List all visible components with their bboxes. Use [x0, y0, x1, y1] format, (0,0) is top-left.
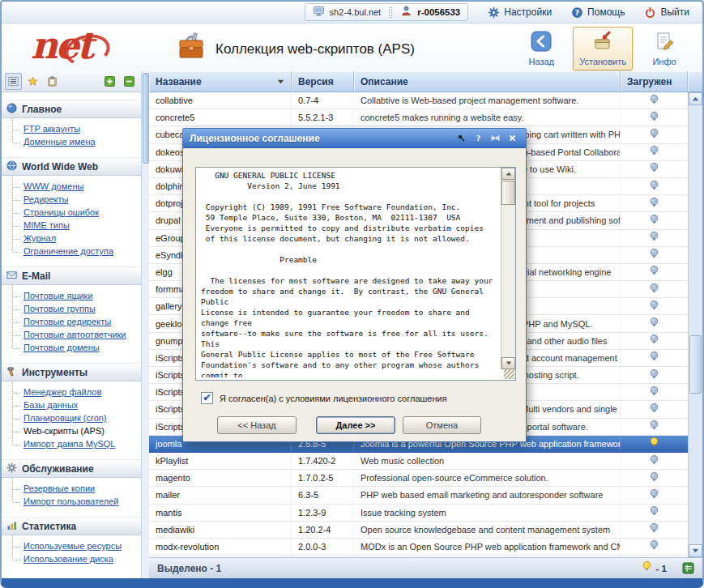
info-button[interactable]: Инфо [639, 27, 689, 70]
sidebar-item[interactable]: Использование диска [2, 552, 141, 565]
expand-all-button[interactable] [101, 73, 118, 90]
lamp-icon [649, 248, 659, 262]
license-scroll-down-button[interactable] [501, 357, 515, 369]
table-row[interactable]: mantis1.2.3-9Issue tracking system [149, 505, 688, 522]
lamp-icon [649, 265, 659, 279]
scroll-down-button[interactable] [689, 544, 702, 557]
favorites-button[interactable] [24, 73, 41, 90]
sidebar-item[interactable]: FTP аккаунты [2, 122, 141, 135]
agree-checkbox[interactable]: ✔ [201, 392, 213, 404]
script-version: 5.5.2.1-3 [292, 109, 354, 126]
sidebar-item[interactable]: Резервные копии [2, 482, 141, 495]
sidebar-item[interactable]: Импорт дампа MySQL [2, 437, 141, 450]
sidebar-section-header[interactable]: Главное [2, 100, 141, 118]
lamp-icon [649, 145, 659, 159]
table-row[interactable]: modx-revolution2.0.0-3MODx is an Open So… [149, 539, 688, 556]
info-doc-icon [654, 31, 675, 55]
column-header-name[interactable]: Название [149, 71, 292, 92]
sidebar-item[interactable]: Почтовые ящики [2, 289, 141, 302]
column-header-description[interactable]: Описание [354, 71, 621, 92]
sidebar-scroll-thumb[interactable] [143, 73, 149, 164]
maximize-icon[interactable] [489, 132, 502, 144]
table-row[interactable]: collabtive0.7-4Collabtive is Web-based p… [149, 92, 688, 109]
close-icon[interactable] [506, 132, 519, 144]
statusbar-right: - 1 [642, 560, 694, 576]
mail-icon [6, 270, 17, 283]
sidebar-item-label: Web-скрипты (APS) [23, 426, 105, 436]
install-button[interactable]: Установить [573, 27, 633, 70]
sidebar-item[interactable]: Импорт пользователей [2, 495, 141, 508]
sidebar-item[interactable]: Страницы ошибок [2, 206, 141, 219]
check-icon: ✔ [203, 393, 211, 403]
dialog-cancel-button[interactable]: Отмена [403, 416, 481, 434]
sidebar-item-label: Доменные имена [23, 137, 96, 147]
sidebar-item[interactable]: WWW домены [2, 180, 141, 193]
table-row[interactable]: magento1.7.0.2-5Professional open-source… [149, 470, 688, 487]
sidebar-item[interactable]: Почтовые редиректы [2, 315, 141, 328]
sidebar-section-header[interactable]: World Wide Web [2, 157, 141, 176]
column-header-version[interactable]: Версия [292, 71, 354, 92]
sidebar-item[interactable]: Ограничение доступа [2, 245, 141, 258]
sidebar-item[interactable]: Почтовые домены [2, 341, 141, 354]
section-items: Менеджер файловБазы данныхПланировщик (c… [2, 381, 141, 452]
export-icon[interactable] [682, 562, 694, 574]
lamp-icon [649, 283, 659, 296]
resize-grip-icon[interactable] [504, 369, 514, 379]
sidebar-item-label: Планировщик (cron) [23, 413, 107, 423]
sidebar-section-header[interactable]: Статистика [2, 517, 141, 535]
sidebar-item[interactable]: Журнал [2, 232, 141, 245]
help-link[interactable]: ? Помощь [571, 6, 625, 19]
settings-link[interactable]: Настройки [488, 6, 552, 19]
sidebar-item[interactable]: Редиректы [2, 193, 141, 206]
clipboard-button[interactable] [44, 73, 61, 90]
license-scrollbar[interactable] [501, 168, 515, 369]
column-header-loaded[interactable]: Загружен [621, 71, 688, 92]
lamp-icon [649, 488, 659, 502]
sidebar-item[interactable]: Планировщик (cron) [2, 411, 141, 424]
section-items: WWW доменыРедиректыСтраницы ошибокMIME т… [2, 176, 141, 259]
sidebar-item[interactable]: Используемые ресурсы [2, 539, 141, 552]
logout-link[interactable]: Выйти [644, 6, 689, 19]
column-label: Описание [361, 76, 408, 87]
sidebar-section: СтатистикаИспользуемые ресурсыИспользова… [2, 517, 141, 567]
sidebar-item[interactable]: MIME типы [2, 219, 141, 232]
table-row[interactable]: kPlaylist1.7.420-2Web music collection [149, 453, 688, 470]
license-text-area[interactable]: GNU GENERAL PUBLIC LICENSE Version 2, Ju… [195, 167, 516, 381]
list-view-button[interactable] [5, 73, 22, 90]
stats-icon [6, 520, 17, 533]
dialog-back-button[interactable]: << Назад [217, 416, 297, 434]
sidebar-item[interactable]: Менеджер файлов [2, 386, 141, 398]
table-scrollbar[interactable] [688, 92, 702, 557]
server-info-box: sh2-4.bul.net r-0056533 [305, 3, 469, 21]
license-scroll-thumb[interactable] [501, 181, 515, 205]
license-scroll-up-button[interactable] [501, 168, 515, 180]
dialog-help-icon[interactable]: ? [471, 132, 485, 144]
sidebar-section-header[interactable]: Обслуживание [2, 459, 141, 478]
script-description: Web music collection [354, 453, 621, 469]
collapse-all-button[interactable] [121, 73, 138, 90]
table-row[interactable]: mediawiki1.20.2-4Open source knowledgeba… [149, 522, 688, 539]
column-label: Загружен [627, 76, 672, 87]
sidebar-item-label: Почтовые автоответчики [23, 330, 126, 339]
sidebar-item[interactable]: Web-скрипты (APS) [2, 424, 141, 437]
sidebar-section-header[interactable]: Инструменты [2, 363, 141, 381]
header-filler [688, 71, 702, 92]
back-button[interactable]: Назад [516, 27, 566, 70]
dialog-titlebar[interactable]: Лицензионное соглашение ? [183, 129, 526, 148]
sidebar-item[interactable]: Базы данных [2, 398, 141, 411]
scroll-up-button[interactable] [689, 92, 702, 105]
lamp-icon [649, 317, 659, 330]
table-row[interactable]: mailer6.3-5PHP web based email marketing… [149, 487, 688, 504]
section-title: Обслуживание [22, 463, 94, 475]
sidebar-item[interactable]: Почтовые автоответчики [2, 328, 141, 341]
script-name: mantis [149, 505, 292, 521]
sidebar-item[interactable]: Доменные имена [2, 135, 141, 148]
pin-icon[interactable] [454, 132, 468, 144]
dialog-title: Лицензионное соглашение [190, 133, 451, 144]
selection-count: Выделено - 1 [157, 563, 221, 574]
table-row[interactable]: concrete55.5.2.1-3concrete5 makes runnin… [149, 109, 688, 126]
sidebar-item[interactable]: Почтовые группы [2, 302, 141, 315]
sidebar-section-header[interactable]: E-Mail [2, 266, 141, 285]
table-scroll-thumb[interactable] [689, 335, 702, 394]
dialog-next-button[interactable]: Далее >> [316, 416, 395, 434]
